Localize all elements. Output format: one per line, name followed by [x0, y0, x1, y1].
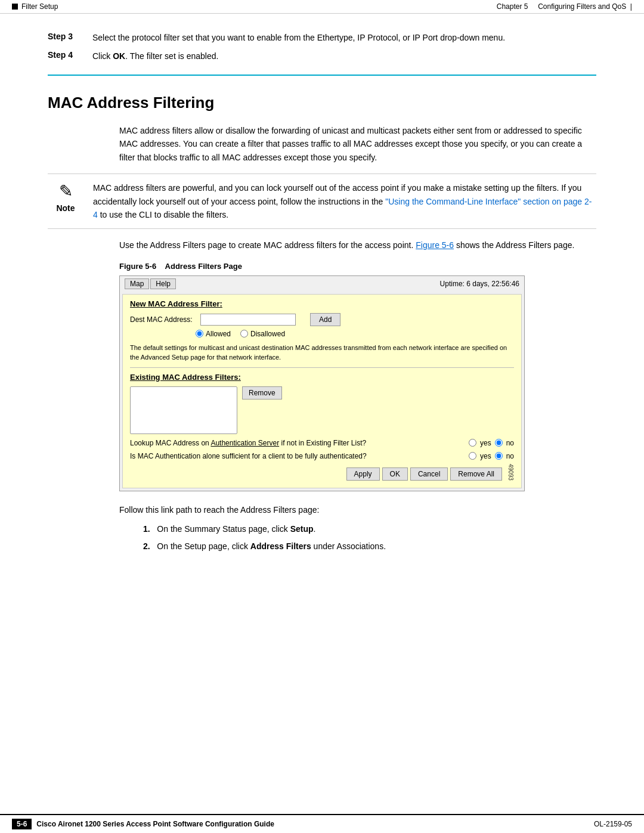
lookup1-yes-label: yes	[480, 439, 491, 447]
page-number-badge: 5-6	[12, 819, 32, 829]
step-4-label: Step 4	[48, 50, 80, 63]
footer-doc-title: Cisco Aironet 1200 Series Access Point S…	[36, 820, 274, 828]
follow-link-text: Follow this link path to reach the Addre…	[119, 503, 596, 516]
step-3-container: Step 3 Select the protocol filter set th…	[48, 32, 596, 44]
help-button[interactable]: Help	[150, 278, 176, 289]
lookup1-no-label: no	[506, 439, 514, 447]
disallowed-radio[interactable]	[240, 330, 248, 337]
lookup-yn-1: yes no	[469, 439, 514, 447]
uptime-text: Uptime: 6 days, 22:56:46	[440, 280, 519, 288]
dest-mac-label: Dest MAC Address:	[130, 315, 196, 324]
lookup-text-1: Lookup MAC Address on Authentication Ser…	[130, 439, 366, 447]
note-text: MAC address filters are powerful, and yo…	[93, 181, 596, 221]
header-breadcrumb: Filter Setup	[21, 2, 58, 11]
lookup-row-2: Is MAC Authentication alone sufficient f…	[130, 452, 514, 460]
widget-toolbar: Map Help Uptime: 6 days, 22:56:46	[120, 276, 524, 292]
chapter-label: Chapter 5	[497, 2, 528, 11]
address-filters-widget: Map Help Uptime: 6 days, 22:56:46 New MA…	[119, 275, 525, 491]
remove-all-button[interactable]: Remove All	[450, 467, 502, 481]
list-item-1: 1. On the Summary Status page, click Set…	[143, 522, 596, 535]
step-3-text: Select the protocol filter set that you …	[92, 32, 505, 44]
chapter-title: Configuring Filters and QoS	[538, 2, 626, 11]
main-content: Step 3 Select the protocol filter set th…	[0, 14, 644, 574]
note-link[interactable]: "Using the Command-Line Interface" secti…	[93, 197, 592, 219]
step-3-label: Step 3	[48, 32, 80, 44]
header-chapter: Chapter 5 Configuring Filters and QoS |	[497, 2, 632, 11]
lookup-text-2: Is MAC Authentication alone sufficient f…	[130, 452, 367, 460]
note-icon-area: ✎ Note	[48, 181, 83, 213]
existing-mac-listbox[interactable]	[130, 386, 237, 434]
figure-link[interactable]: Figure 5-6	[416, 240, 454, 250]
dest-mac-input[interactable]	[200, 314, 296, 326]
lookup-row-1: Lookup MAC Address on Authentication Ser…	[130, 439, 514, 447]
widget-bottom-buttons: Apply OK Cancel Remove All 49093	[130, 467, 514, 481]
list-item-1-text: On the Summary Status page, click Setup.	[157, 524, 315, 534]
footer-doc-number: OL-2159-05	[594, 820, 632, 828]
lookup1-yes-radio[interactable]	[469, 439, 476, 447]
existing-mac-section: Existing MAC Address Filters: Remove	[130, 373, 514, 434]
remove-button[interactable]: Remove	[242, 386, 282, 400]
figure-number: Figure 5-6	[119, 262, 156, 271]
allowed-disallowed-row: Allowed Disallowed	[196, 330, 514, 338]
list-item-2-text: On the Setup page, click Address Filters…	[157, 541, 386, 551]
dest-mac-row: Dest MAC Address: Add	[130, 313, 514, 326]
disallowed-radio-group: Disallowed	[240, 330, 285, 338]
section-title: MAC Address Filtering	[48, 94, 596, 112]
header-left: Filter Setup	[12, 2, 58, 11]
figure-label: Figure 5-6 Address Filters Page	[119, 262, 596, 271]
map-button[interactable]: Map	[125, 278, 149, 289]
footer-left: 5-6 Cisco Aironet 1200 Series Access Poi…	[12, 819, 274, 829]
lookup2-yes-label: yes	[480, 452, 491, 460]
list-item-2: 2. On the Setup page, click Address Filt…	[143, 540, 596, 553]
lookup2-no-label: no	[506, 452, 514, 460]
note-label: Note	[56, 203, 75, 213]
page-header: Filter Setup Chapter 5 Configuring Filte…	[0, 0, 644, 14]
section-body-text: MAC address filters allow or disallow th…	[119, 124, 596, 164]
follow-intro-text: Use the Address Filters page to create M…	[119, 239, 596, 252]
existing-mac-section-title: Existing MAC Address Filters:	[130, 373, 514, 382]
list-item-2-number: 2.	[143, 541, 150, 551]
step-4-text: Click OK. The filter set is enabled.	[92, 50, 218, 63]
figure-title: Address Filters Page	[165, 262, 242, 271]
widget-divider	[130, 367, 514, 368]
add-button[interactable]: Add	[310, 313, 340, 326]
section-divider	[48, 75, 596, 76]
note-box: ✎ Note MAC address filters are powerful,…	[48, 174, 596, 229]
list-item-1-number: 1.	[143, 524, 150, 534]
lookup1-no-radio[interactable]	[495, 439, 503, 447]
header-square-icon	[12, 4, 18, 10]
widget-body: New MAC Address Filter: Dest MAC Address…	[122, 294, 522, 488]
page-footer: 5-6 Cisco Aironet 1200 Series Access Poi…	[0, 814, 644, 833]
lookup2-no-radio[interactable]	[495, 452, 503, 460]
toolbar-buttons: Map Help	[125, 278, 176, 289]
allowed-label: Allowed	[206, 330, 231, 338]
step-4-container: Step 4 Click OK. The filter set is enabl…	[48, 50, 596, 63]
new-mac-section-title: New MAC Address Filter:	[130, 299, 514, 308]
auth-server-link[interactable]: Authentication Server	[210, 439, 279, 447]
disallowed-label: Disallowed	[250, 330, 285, 338]
pencil-icon: ✎	[59, 181, 73, 201]
apply-button[interactable]: Apply	[346, 467, 380, 481]
widget-info-text: The default settings for multicast and u…	[130, 343, 514, 363]
follow-steps-list: 1. On the Summary Status page, click Set…	[143, 522, 596, 553]
lookup2-yes-radio[interactable]	[469, 452, 476, 460]
lookup-yn-2: yes no	[469, 452, 514, 460]
allowed-radio[interactable]	[196, 330, 203, 337]
existing-mac-row: Remove	[130, 386, 514, 434]
ok-button[interactable]: OK	[382, 467, 408, 481]
figure-number-side: 49093	[507, 464, 514, 481]
cancel-button[interactable]: Cancel	[410, 467, 448, 481]
allowed-radio-group: Allowed	[196, 330, 231, 338]
